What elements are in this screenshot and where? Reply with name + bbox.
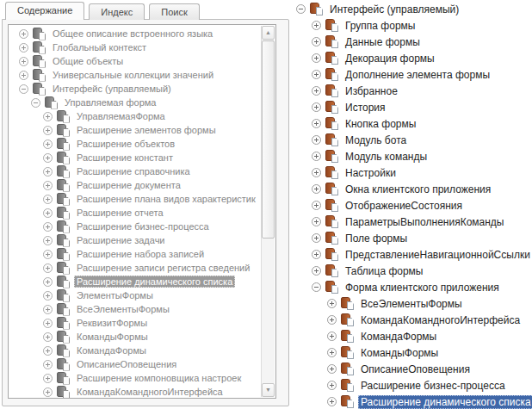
collapse-icon[interactable] — [312, 282, 321, 292]
expand-icon[interactable] — [43, 291, 53, 301]
expand-icon[interactable] — [19, 71, 28, 80]
tree-item[interactable]: ПредставлениеНавигационнойСсылки — [293, 246, 532, 263]
expand-icon[interactable] — [327, 397, 337, 406]
tree-item[interactable]: ПараметрыВыполненияКоманды — [293, 214, 532, 230]
expand-icon[interactable] — [43, 374, 53, 383]
tree-item[interactable]: Расширение записи регистра сведений — [9, 261, 261, 275]
tree-item[interactable]: Группа формы — [293, 17, 532, 34]
tree-item[interactable]: КомандаКомандногоИнтерфейса — [9, 385, 261, 399]
expand-icon[interactable] — [327, 364, 337, 374]
expand-icon[interactable] — [43, 139, 53, 149]
tree-item[interactable]: Расширение бизнес-процесса — [293, 377, 532, 394]
tree-item[interactable]: Расширение компоновщика настроек — [9, 371, 261, 385]
scrollbar-thumb[interactable] — [262, 40, 275, 239]
expand-icon[interactable] — [312, 152, 321, 161]
collapse-icon[interactable] — [19, 84, 28, 94]
expand-icon[interactable] — [312, 217, 321, 226]
tree-item[interactable]: Общее описание встроенного языка — [9, 27, 261, 40]
tree-item[interactable]: Расширение динамического списка — [293, 394, 532, 409]
tab-contents[interactable]: Содержание — [5, 2, 84, 20]
expand-icon[interactable] — [312, 53, 321, 63]
tree-item[interactable]: Общие объекты — [9, 54, 261, 68]
expand-icon[interactable] — [327, 348, 337, 357]
expand-icon[interactable] — [43, 305, 53, 314]
expand-icon[interactable] — [19, 57, 28, 66]
expand-icon[interactable] — [312, 102, 321, 112]
expand-icon[interactable] — [312, 135, 321, 145]
tree-item[interactable]: ВсеЭлементыФормы — [293, 295, 532, 312]
expand-icon[interactable] — [312, 37, 321, 46]
expand-icon[interactable] — [312, 250, 321, 259]
expand-icon[interactable] — [43, 222, 53, 232]
tree-item[interactable]: Настройки — [293, 164, 532, 181]
tree-item[interactable]: КомандаФормы — [293, 328, 532, 344]
expand-icon[interactable] — [312, 233, 321, 243]
tree-item[interactable]: Расширение объектов — [9, 137, 261, 151]
expand-icon[interactable] — [312, 86, 321, 96]
tree-item[interactable]: Расширение динамического списка — [9, 275, 261, 288]
tab-search[interactable]: Поиск — [149, 3, 199, 20]
tree-item[interactable]: Таблица формы — [293, 263, 532, 279]
expand-icon[interactable] — [19, 43, 28, 53]
collapse-icon[interactable] — [296, 4, 306, 14]
tree-item[interactable]: Модуль бота — [293, 132, 532, 148]
expand-icon[interactable] — [312, 70, 321, 79]
scrollbar-up-button[interactable]: ▲ — [262, 26, 275, 40]
expand-icon[interactable] — [312, 184, 321, 194]
tree-item[interactable]: Декорация формы — [293, 50, 532, 66]
tree-item[interactable]: Расширение отчета — [9, 206, 261, 220]
expand-icon[interactable] — [43, 181, 53, 190]
expand-icon[interactable] — [43, 277, 53, 287]
tree-item[interactable]: КомандыФормы — [293, 344, 532, 361]
expand-icon[interactable] — [312, 201, 321, 210]
tree-item[interactable]: Интерфейс (управляемый) — [293, 1, 532, 17]
expand-icon[interactable] — [43, 208, 53, 218]
collapse-icon[interactable] — [31, 98, 40, 108]
expand-icon[interactable] — [43, 112, 53, 121]
tree-item[interactable]: КомандыФормы — [9, 330, 261, 344]
tree-item[interactable]: ОписаниеОповещения — [293, 361, 532, 377]
tree-item[interactable]: ВсеЭлементыФормы — [9, 302, 261, 316]
tree-item[interactable]: Форма клиентского приложения — [293, 279, 532, 295]
tree-item[interactable]: Универсальные коллекции значений — [9, 68, 261, 82]
vertical-scrollbar[interactable]: ▲ ▼ — [261, 26, 275, 397]
expand-icon[interactable] — [43, 126, 53, 135]
tree-item[interactable]: РеквизитФормы — [9, 316, 261, 330]
tree-item[interactable]: Расширение бизнес-процесса — [9, 220, 261, 233]
tree-item[interactable]: ОтображениеСостояния — [293, 197, 532, 214]
expand-icon[interactable] — [43, 387, 53, 397]
expand-icon[interactable] — [43, 360, 53, 369]
expand-icon[interactable] — [327, 381, 337, 390]
expand-icon[interactable] — [43, 263, 53, 273]
expand-icon[interactable] — [43, 195, 53, 204]
expand-icon[interactable] — [327, 332, 337, 341]
tree-item[interactable]: ОписаниеОповещения — [9, 357, 261, 371]
tree-item[interactable]: Расширение констант — [9, 151, 261, 164]
tree-item[interactable]: Расширение задачи — [9, 233, 261, 247]
tree-item[interactable]: Окна клиентского приложения — [293, 181, 532, 197]
expand-icon[interactable] — [43, 153, 53, 163]
tree-item[interactable]: КомандаФормы — [9, 344, 261, 357]
tree-item[interactable]: Поле формы — [293, 230, 532, 246]
tree-item[interactable]: Модуль команды — [293, 148, 532, 164]
tree-item[interactable]: ЭлементыФормы — [9, 288, 261, 302]
expand-icon[interactable] — [312, 21, 321, 30]
tree-item[interactable]: Расширение набора записей — [9, 247, 261, 261]
tree-item[interactable]: Избранное — [293, 83, 532, 99]
tab-index[interactable]: Индекс — [89, 3, 145, 20]
tree-item[interactable]: Кнопка формы — [293, 115, 532, 132]
expand-icon[interactable] — [312, 119, 321, 128]
tree-item[interactable]: Интерфейс (управляемый) — [9, 82, 261, 96]
expand-icon[interactable] — [312, 266, 321, 276]
tree-item[interactable]: Глобальный контекст — [9, 40, 261, 54]
expand-icon[interactable] — [43, 346, 53, 356]
expand-icon[interactable] — [327, 315, 337, 325]
scrollbar-down-button[interactable]: ▼ — [262, 383, 275, 397]
expand-icon[interactable] — [43, 250, 53, 259]
tree-item[interactable]: Расширение справочника — [9, 164, 261, 178]
tree-item[interactable]: Данные формы — [293, 34, 532, 50]
tree-item[interactable]: Расширение документа — [9, 178, 261, 192]
tree-item[interactable]: Дополнение элемента формы — [293, 66, 532, 83]
tree-item[interactable]: Расширение элементов формы — [9, 123, 261, 137]
expand-icon[interactable] — [43, 319, 53, 328]
